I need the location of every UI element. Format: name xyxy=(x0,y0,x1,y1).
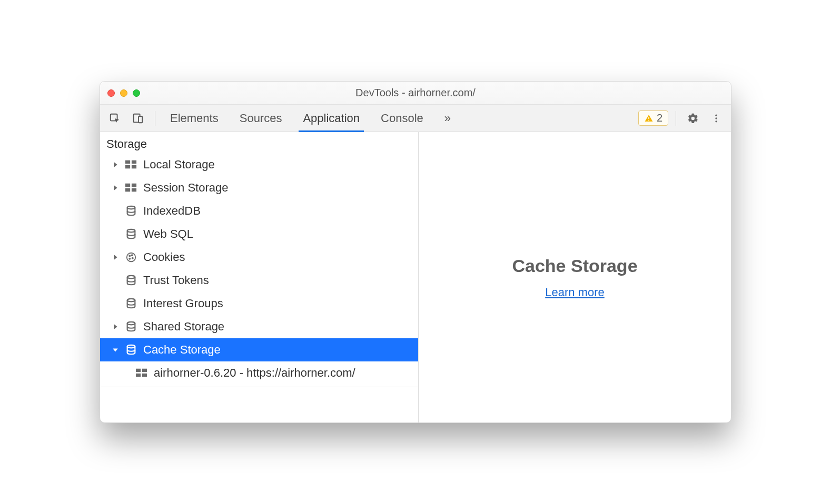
devtools-toolbar: Elements Sources Application Console » 2 xyxy=(100,105,731,132)
tab-application[interactable]: Application xyxy=(300,105,363,132)
db-icon xyxy=(124,205,138,217)
more-options-button[interactable] xyxy=(707,109,726,128)
sidebar-item-label: Trust Tokens xyxy=(143,274,209,287)
sidebar-item-cache-storage[interactable]: Cache Storage xyxy=(100,338,418,361)
panel-heading: Cache Storage xyxy=(512,256,637,276)
minimize-window-button[interactable] xyxy=(120,89,127,97)
sidebar-item-label: IndexedDB xyxy=(143,204,201,218)
separator xyxy=(155,111,155,126)
svg-rect-9 xyxy=(132,160,136,164)
main-panel: Cache Storage Learn more xyxy=(419,132,731,422)
svg-rect-12 xyxy=(125,184,130,187)
svg-point-6 xyxy=(715,117,717,119)
sidebar-child-item[interactable]: airhorner-0.6.20 - https://airhorner.com… xyxy=(100,361,418,385)
inspect-element-button[interactable] xyxy=(105,109,124,128)
svg-rect-8 xyxy=(125,160,130,164)
grid-icon xyxy=(124,183,138,193)
expand-arrow-icon[interactable] xyxy=(112,254,119,260)
sidebar-item-label: Local Storage xyxy=(143,158,215,172)
expand-arrow-icon[interactable] xyxy=(112,162,119,168)
sidebar-item-label: airhorner-0.6.20 - https://airhorner.com… xyxy=(154,366,355,380)
fullscreen-window-button[interactable] xyxy=(133,89,140,97)
kebab-icon xyxy=(711,113,721,124)
storage-tree: Local StorageSession StorageIndexedDBWeb… xyxy=(100,153,418,387)
svg-point-18 xyxy=(127,253,136,262)
sidebar-item-shared-storage[interactable]: Shared Storage xyxy=(100,315,418,338)
svg-point-19 xyxy=(129,255,130,256)
tabs-overflow-button[interactable]: » xyxy=(441,105,454,132)
svg-rect-15 xyxy=(132,188,136,191)
warnings-badge[interactable]: 2 xyxy=(638,110,668,126)
svg-point-17 xyxy=(127,229,135,233)
sidebar-item-indexeddb[interactable]: IndexedDB xyxy=(100,199,418,223)
svg-rect-30 xyxy=(142,374,147,377)
svg-point-16 xyxy=(127,206,135,209)
panel-tabs: Elements Sources Application Console » xyxy=(167,105,454,132)
gear-icon xyxy=(687,113,699,124)
db-icon xyxy=(124,321,138,332)
svg-rect-10 xyxy=(125,165,130,168)
svg-point-25 xyxy=(127,322,135,325)
window-controls xyxy=(107,89,140,97)
db-icon xyxy=(124,275,138,286)
db-icon xyxy=(124,298,138,309)
svg-rect-4 xyxy=(648,120,649,121)
devtools-window: DevTools - airhorner.com/ Elements Sourc… xyxy=(100,81,731,423)
sidebar-item-label: Shared Storage xyxy=(143,320,224,334)
svg-point-5 xyxy=(715,114,717,116)
sidebar-item-label: Web SQL xyxy=(143,227,193,241)
tab-sources[interactable]: Sources xyxy=(236,105,285,132)
sidebar-item-label: Interest Groups xyxy=(143,297,223,310)
sidebar-item-label: Cache Storage xyxy=(143,343,221,357)
svg-rect-27 xyxy=(136,369,141,372)
sidebar-item-interest-groups[interactable]: Interest Groups xyxy=(100,292,418,315)
sidebar-item-session-storage[interactable]: Session Storage xyxy=(100,176,418,199)
svg-rect-2 xyxy=(138,116,142,123)
expand-arrow-icon[interactable] xyxy=(112,185,119,191)
sidebar-item-label: Session Storage xyxy=(143,181,228,195)
settings-button[interactable] xyxy=(684,109,703,128)
expand-arrow-icon[interactable] xyxy=(112,347,119,353)
sidebar-item-trust-tokens[interactable]: Trust Tokens xyxy=(100,269,418,292)
learn-more-link[interactable]: Learn more xyxy=(545,286,605,299)
svg-rect-11 xyxy=(132,165,136,168)
sidebar-item-web-sql[interactable]: Web SQL xyxy=(100,223,418,246)
separator xyxy=(676,111,676,126)
sidebar-item-local-storage[interactable]: Local Storage xyxy=(100,153,418,176)
application-sidebar: Storage Local StorageSession StorageInde… xyxy=(100,132,419,422)
warning-icon xyxy=(644,114,654,123)
warning-count: 2 xyxy=(657,112,662,124)
db-icon xyxy=(124,228,138,240)
titlebar: DevTools - airhorner.com/ xyxy=(100,82,731,105)
sidebar-item-label: Cookies xyxy=(143,250,185,264)
tab-elements[interactable]: Elements xyxy=(167,105,222,132)
db-icon xyxy=(124,344,138,356)
svg-rect-28 xyxy=(142,369,147,372)
svg-rect-3 xyxy=(648,117,649,119)
svg-point-7 xyxy=(715,120,717,122)
close-window-button[interactable] xyxy=(107,89,115,97)
window-title: DevTools - airhorner.com/ xyxy=(100,87,731,99)
svg-point-26 xyxy=(127,345,135,348)
svg-point-24 xyxy=(127,299,135,302)
expand-arrow-icon[interactable] xyxy=(112,324,119,330)
sidebar-section-storage: Storage xyxy=(100,132,418,153)
cookie-icon xyxy=(124,251,138,263)
svg-point-20 xyxy=(132,255,133,256)
svg-rect-14 xyxy=(125,188,130,191)
tab-console[interactable]: Console xyxy=(378,105,427,132)
svg-rect-29 xyxy=(136,374,141,377)
svg-point-23 xyxy=(127,276,135,279)
panel-content: Storage Local StorageSession StorageInde… xyxy=(100,132,731,422)
grid-icon xyxy=(124,160,138,169)
svg-point-22 xyxy=(129,258,130,259)
grid-icon xyxy=(135,368,149,378)
svg-point-21 xyxy=(132,258,133,259)
sidebar-item-cookies[interactable]: Cookies xyxy=(100,246,418,269)
device-toolbar-button[interactable] xyxy=(128,109,147,128)
svg-rect-13 xyxy=(132,184,136,187)
